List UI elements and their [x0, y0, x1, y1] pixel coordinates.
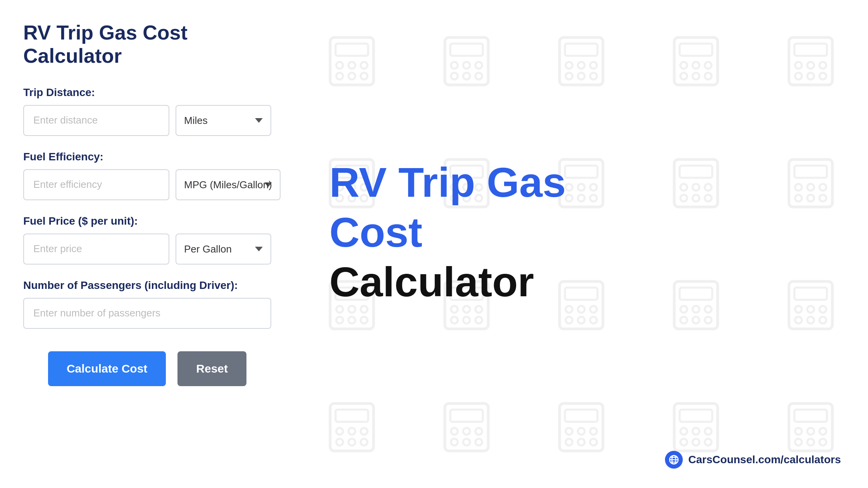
svg-point-86 [348, 316, 355, 323]
svg-point-62 [578, 194, 585, 201]
site-url: CarsCounsel.com/calculators [688, 454, 841, 466]
svg-point-58 [566, 184, 573, 191]
svg-point-138 [566, 428, 573, 435]
svg-point-110 [692, 316, 699, 323]
svg-rect-17 [565, 43, 598, 56]
svg-point-36 [820, 62, 827, 69]
hero-line2-text: Cost [329, 209, 422, 256]
svg-point-38 [807, 72, 814, 79]
passengers-input[interactable] [23, 298, 271, 329]
fuel-price-unit-select[interactable]: Per Gallon Per Liter [176, 234, 271, 265]
svg-rect-33 [794, 43, 827, 56]
svg-point-115 [807, 306, 814, 313]
svg-rect-120 [330, 403, 374, 451]
svg-point-3 [348, 62, 355, 69]
svg-point-29 [680, 72, 687, 79]
trip-distance-label: Trip Distance: [23, 86, 271, 99]
trip-distance-input[interactable] [23, 105, 169, 136]
trip-distance-row: Miles Kilometers [23, 105, 271, 136]
svg-point-140 [590, 428, 597, 435]
fuel-price-input[interactable] [23, 234, 169, 265]
svg-point-76 [820, 184, 827, 191]
svg-point-74 [795, 184, 802, 191]
svg-point-83 [348, 306, 355, 313]
bg-calc-icon [524, 0, 639, 122]
svg-point-119 [820, 316, 827, 323]
svg-point-150 [692, 438, 699, 445]
svg-rect-153 [794, 409, 827, 422]
svg-point-101 [566, 316, 573, 323]
svg-point-99 [578, 306, 585, 313]
svg-point-159 [820, 438, 827, 445]
svg-rect-104 [674, 281, 718, 329]
bg-calc-icon [524, 244, 639, 366]
svg-point-135 [475, 438, 482, 445]
trip-distance-unit-select[interactable]: Miles Kilometers [176, 105, 271, 136]
bg-calc-icon [639, 366, 753, 488]
svg-point-71 [705, 194, 712, 201]
svg-point-11 [463, 62, 470, 69]
svg-rect-8 [445, 37, 488, 85]
svg-point-158 [807, 438, 814, 445]
svg-point-125 [336, 438, 343, 445]
svg-point-141 [566, 438, 573, 445]
hero-line1: RV Trip Gas [329, 160, 566, 206]
fuel-price-label: Fuel Price ($ per unit): [23, 215, 271, 227]
app-title: RV Trip Gas Cost Calculator [23, 21, 271, 68]
bg-calc-icon [639, 0, 753, 122]
svg-rect-0 [330, 37, 374, 85]
svg-rect-105 [680, 287, 712, 300]
svg-point-148 [705, 428, 712, 435]
svg-point-91 [463, 306, 470, 313]
svg-rect-1 [336, 43, 368, 56]
svg-rect-73 [794, 165, 827, 178]
fuel-efficiency-input[interactable] [23, 169, 169, 200]
svg-point-5 [336, 72, 343, 79]
svg-point-93 [451, 316, 458, 323]
button-row: Calculate Cost Reset [23, 351, 271, 386]
bg-calc-icon [294, 0, 409, 122]
svg-point-35 [807, 62, 814, 69]
svg-point-20 [590, 62, 597, 69]
reset-button[interactable]: Reset [177, 351, 246, 386]
svg-point-18 [566, 62, 573, 69]
svg-rect-9 [450, 43, 483, 56]
bg-calc-icon [753, 0, 868, 122]
svg-point-108 [705, 306, 712, 313]
bg-calc-icon [753, 366, 868, 488]
svg-point-134 [463, 438, 470, 445]
svg-point-107 [692, 306, 699, 313]
svg-point-60 [590, 184, 597, 191]
bg-calc-icon [294, 366, 409, 488]
svg-point-130 [451, 428, 458, 435]
fuel-efficiency-unit-select[interactable]: MPG (Miles/Gallon) KPL (Km/Liter) [176, 169, 281, 200]
svg-point-90 [451, 306, 458, 313]
svg-point-155 [807, 428, 814, 435]
svg-point-142 [578, 438, 585, 445]
svg-rect-136 [560, 403, 603, 451]
svg-point-10 [451, 62, 458, 69]
svg-point-63 [590, 194, 597, 201]
svg-point-13 [451, 72, 458, 79]
svg-rect-65 [680, 165, 712, 178]
svg-point-143 [590, 438, 597, 445]
bg-calc-icon [524, 366, 639, 488]
fuel-efficiency-row: MPG (Miles/Gallon) KPL (Km/Liter) [23, 169, 271, 200]
svg-point-6 [348, 72, 355, 79]
bg-calc-icon [753, 122, 868, 244]
svg-point-68 [705, 184, 712, 191]
calculate-button[interactable]: Calculate Cost [48, 351, 166, 386]
passengers-group: Number of Passengers (including Driver): [23, 279, 271, 329]
svg-rect-112 [789, 281, 832, 329]
site-footer: CarsCounsel.com/calculators [665, 451, 841, 469]
hero-line3: Calculator [329, 259, 534, 305]
svg-point-133 [451, 438, 458, 445]
svg-rect-144 [674, 403, 718, 451]
svg-point-149 [680, 438, 687, 445]
svg-point-15 [475, 72, 482, 79]
svg-rect-16 [560, 37, 603, 85]
passengers-label: Number of Passengers (including Driver): [23, 279, 271, 292]
trip-distance-group: Trip Distance: Miles Kilometers [23, 86, 271, 136]
fuel-efficiency-label: Fuel Efficiency: [23, 151, 271, 163]
fuel-efficiency-group: Fuel Efficiency: MPG (Miles/Gallon) KPL … [23, 151, 271, 200]
